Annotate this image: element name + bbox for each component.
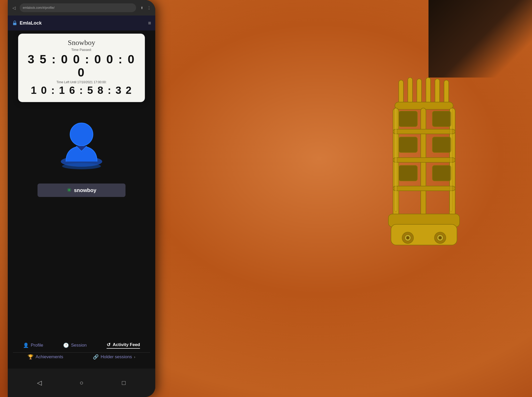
brass-device-area xyxy=(343,52,511,336)
system-nav-bar: ◁ ○ □ xyxy=(8,369,155,397)
nav-achievements-label: Achievements xyxy=(35,354,63,360)
svg-rect-18 xyxy=(432,111,451,127)
achievements-icon: 🏆 xyxy=(28,354,33,360)
url-text: emlalock.com/#/profile/ xyxy=(23,6,55,10)
svg-point-2 xyxy=(70,123,93,146)
browser-bar: ◁ emlalock.com/#/profile/ ⬆ ⋮ xyxy=(8,0,155,16)
navigation-tabs: 👤 Profile 🕐 Session ↺ Activity Feed 🏆 Ac… xyxy=(8,339,155,366)
nav-holder-sessions-label: Holder sessions xyxy=(101,354,132,360)
activity-feed-icon: ↺ xyxy=(107,342,110,348)
app-title: EmlaLock xyxy=(20,20,42,26)
holder-sessions-icon: 🔗 xyxy=(93,354,99,360)
avatar-image xyxy=(50,114,113,176)
svg-rect-31 xyxy=(395,108,397,211)
back-button[interactable]: ◁ xyxy=(33,376,46,389)
nav-activity-feed[interactable]: ↺ Activity Feed xyxy=(107,342,140,349)
app-logo: EmlaLock xyxy=(12,20,42,26)
svg-rect-15 xyxy=(393,158,455,162)
browser-url-bar[interactable]: emlalock.com/#/profile/ xyxy=(20,3,136,12)
svg-rect-22 xyxy=(432,165,451,181)
app-header: EmlaLock ≡ xyxy=(8,16,155,30)
time-until-label: Time Left Until 17/10/2021 17:00:00: xyxy=(24,80,139,84)
svg-rect-14 xyxy=(393,129,455,134)
nav-holder-sessions[interactable]: 🔗 Holder sessions › xyxy=(93,354,135,360)
svg-rect-20 xyxy=(432,137,451,152)
browser-back-icon[interactable]: ◁ xyxy=(10,4,18,11)
hamburger-menu-icon[interactable]: ≡ xyxy=(148,20,151,26)
nav-profile[interactable]: 👤 Profile xyxy=(23,342,43,348)
profile-icon: 👤 xyxy=(23,342,29,348)
nav-separator xyxy=(13,352,150,353)
chevron-right-icon: › xyxy=(134,355,135,359)
time-passed-value: 3 5 : 0 0 : 0 0 : 0 0 xyxy=(24,53,139,79)
avatar-svg xyxy=(53,116,110,173)
nav-profile-label: Profile xyxy=(31,343,43,348)
svg-point-30 xyxy=(439,236,442,239)
browser-share-icon[interactable]: ⬆ xyxy=(138,4,145,11)
nav-achievements[interactable]: 🏆 Achievements xyxy=(28,354,63,360)
browser-menu-icon[interactable]: ⋮ xyxy=(145,4,153,11)
time-left-value: 1 0 : 1 6 : 5 8 : 3 2 xyxy=(24,85,139,96)
svg-rect-32 xyxy=(450,108,452,211)
svg-rect-24 xyxy=(391,224,457,245)
svg-rect-19 xyxy=(399,137,417,152)
nav-row-2: 🏆 Achievements 🔗 Holder sessions › xyxy=(13,354,150,360)
brass-device-svg xyxy=(363,78,492,310)
svg-rect-16 xyxy=(393,186,455,191)
timer-card-username: Snowboy xyxy=(24,39,139,47)
session-icon: 🕐 xyxy=(63,342,69,348)
snowflake-icon: ✳ xyxy=(67,187,71,194)
timer-card: Snowboy Time Passed: 3 5 : 0 0 : 0 0 : 0… xyxy=(18,34,145,102)
lock-icon xyxy=(12,20,18,26)
nav-session-label: Session xyxy=(71,343,86,348)
home-button[interactable]: ○ xyxy=(75,376,88,389)
nav-activity-label: Activity Feed xyxy=(113,342,140,347)
avatar-section: ✳ snowboy xyxy=(8,114,155,197)
username-badge: ✳ snowboy xyxy=(38,184,125,197)
svg-point-3 xyxy=(62,163,101,169)
username-text: snowboy xyxy=(74,187,97,193)
nav-row-1: 👤 Profile 🕐 Session ↺ Activity Feed xyxy=(13,342,150,349)
svg-rect-21 xyxy=(399,165,417,181)
svg-rect-17 xyxy=(399,111,417,127)
nav-session[interactable]: 🕐 Session xyxy=(63,342,86,348)
phone-device: ◁ emlalock.com/#/profile/ ⬆ ⋮ EmlaLock ≡… xyxy=(8,0,155,397)
recents-button[interactable]: □ xyxy=(117,376,130,389)
svg-point-29 xyxy=(406,236,409,239)
svg-rect-0 xyxy=(13,23,17,25)
time-passed-label: Time Passed: xyxy=(24,48,139,52)
phone-screen: ◁ emlalock.com/#/profile/ ⬆ ⋮ EmlaLock ≡… xyxy=(8,0,155,397)
